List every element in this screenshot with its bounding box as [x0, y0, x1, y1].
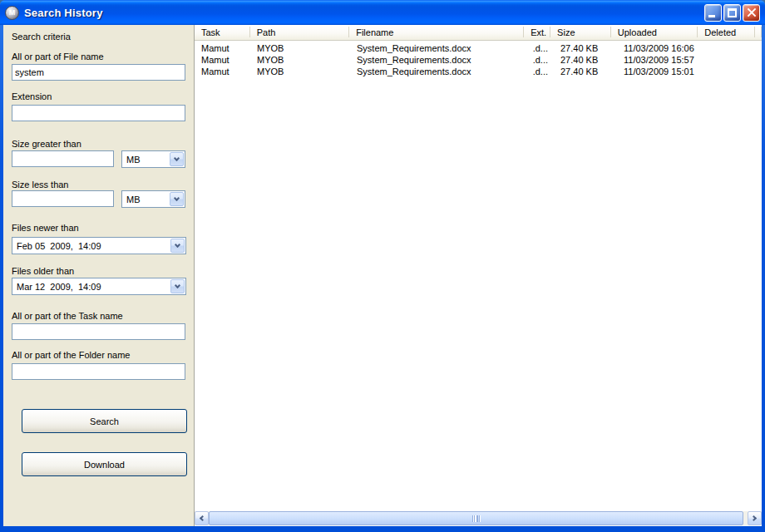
cell-ext: .d...	[526, 66, 552, 77]
titlebar[interactable]: M Search History	[0, 0, 765, 25]
window-title: Search History	[24, 7, 704, 19]
cell-filename: System_Requirements.docx	[350, 54, 526, 66]
cell-path: MYOB	[250, 54, 350, 66]
files-newer-label: Files newer than	[12, 223, 79, 233]
minimize-icon	[708, 15, 715, 17]
cell-ext: .d...	[526, 42, 552, 54]
cell-task: Mamut	[195, 66, 250, 77]
files-newer-value: Feb 05 2009, 14:09	[17, 241, 101, 251]
size-greater-unit-value: MB	[126, 155, 141, 165]
cell-path: MYOB	[250, 66, 350, 77]
folder-name-input[interactable]	[12, 363, 185, 380]
cell-task: Mamut	[195, 42, 250, 54]
scroll-left-button[interactable]	[195, 511, 209, 525]
search-criteria-panel: Search criteria All or part of File name…	[3, 25, 194, 526]
results-table-body: Mamut MYOB System_Requirements.docx .d..…	[195, 41, 762, 77]
close-button[interactable]	[743, 4, 760, 22]
size-greater-input[interactable]	[12, 150, 114, 167]
cell-filename: System_Requirements.docx	[350, 66, 526, 77]
chevron-down-icon	[174, 155, 180, 161]
cell-deleted	[700, 66, 758, 77]
file-name-input[interactable]	[12, 64, 185, 81]
column-header-filename[interactable]: Filename	[349, 25, 524, 40]
files-older-value: Mar 12 2009, 14:09	[17, 282, 101, 292]
extension-input[interactable]	[12, 105, 185, 121]
download-button[interactable]: Download	[22, 452, 187, 476]
cell-size: 27.40 KB	[552, 66, 613, 77]
maximize-icon	[728, 8, 737, 17]
results-table-header: Task Path Filename Ext. Size Uploaded De…	[195, 25, 762, 41]
files-older-datepicker[interactable]: Mar 12 2009, 14:09	[12, 278, 186, 295]
chevron-down-icon	[175, 242, 180, 248]
column-header-filler	[755, 25, 762, 40]
cell-path: MYOB	[250, 42, 350, 54]
column-header-task[interactable]: Task	[195, 25, 250, 40]
task-name-input[interactable]	[12, 323, 185, 340]
scrollbar-grip-icon	[471, 515, 481, 522]
minimize-button[interactable]	[704, 4, 722, 22]
chevron-down-icon	[175, 283, 180, 288]
extension-label: Extension	[12, 91, 52, 101]
column-header-uploaded[interactable]: Uploaded	[611, 25, 698, 40]
search-criteria-heading: Search criteria	[12, 32, 71, 42]
results-table: Task Path Filename Ext. Size Uploaded De…	[194, 25, 762, 526]
size-greater-label: Size greater than	[12, 139, 81, 149]
chevron-down-icon	[174, 195, 180, 201]
search-history-window: M Search History Search criteria All or …	[0, 0, 765, 532]
search-button[interactable]: Search	[22, 409, 187, 433]
column-header-ext[interactable]: Ext.	[524, 25, 550, 40]
table-row[interactable]: Mamut MYOB System_Requirements.docx .d..…	[195, 54, 762, 66]
table-row[interactable]: Mamut MYOB System_Requirements.docx .d..…	[195, 42, 762, 54]
app-logo-icon: M	[5, 6, 19, 20]
size-less-unit-select[interactable]: MB	[121, 190, 185, 208]
size-less-unit-dropdown-button[interactable]	[170, 192, 184, 206]
chevron-left-icon	[200, 515, 205, 521]
folder-name-label: All or part of the Folder name	[12, 350, 130, 360]
table-row[interactable]: Mamut MYOB System_Requirements.docx .d..…	[195, 66, 762, 77]
scrollbar-thumb[interactable]	[209, 511, 743, 525]
size-greater-unit-select[interactable]: MB	[121, 150, 185, 168]
files-older-dropdown-button[interactable]	[170, 279, 185, 293]
size-less-unit-value: MB	[126, 195, 141, 204]
column-header-path[interactable]: Path	[250, 25, 349, 40]
task-name-label: All or part of the Task name	[12, 311, 123, 321]
cell-filename: System_Requirements.docx	[350, 42, 526, 54]
window-controls	[704, 4, 760, 22]
column-header-deleted[interactable]: Deleted	[698, 25, 755, 40]
scroll-right-button[interactable]	[748, 511, 762, 525]
cell-deleted	[700, 54, 758, 66]
size-less-input[interactable]	[12, 190, 114, 207]
cell-task: Mamut	[195, 54, 250, 66]
cell-uploaded: 11/03/2009 16:06	[613, 42, 700, 54]
files-newer-dropdown-button[interactable]	[170, 239, 185, 253]
file-name-label: All or part of File name	[12, 52, 104, 62]
cell-deleted	[700, 42, 758, 54]
cell-uploaded: 11/03/2009 15:01	[613, 66, 700, 77]
cell-size: 27.40 KB	[552, 54, 613, 66]
column-header-size[interactable]: Size	[550, 25, 611, 40]
files-newer-datepicker[interactable]: Feb 05 2009, 14:09	[12, 237, 186, 254]
cell-size: 27.40 KB	[552, 42, 613, 54]
close-icon	[743, 5, 759, 21]
maximize-button[interactable]	[723, 4, 741, 22]
horizontal-scrollbar[interactable]	[195, 511, 762, 525]
size-greater-unit-dropdown-button[interactable]	[170, 152, 184, 166]
cell-uploaded: 11/03/2009 15:57	[613, 54, 700, 66]
size-less-label: Size less than	[12, 180, 68, 190]
chevron-right-icon	[751, 515, 757, 521]
files-older-label: Files older than	[12, 266, 74, 276]
cell-ext: .d...	[526, 54, 552, 66]
